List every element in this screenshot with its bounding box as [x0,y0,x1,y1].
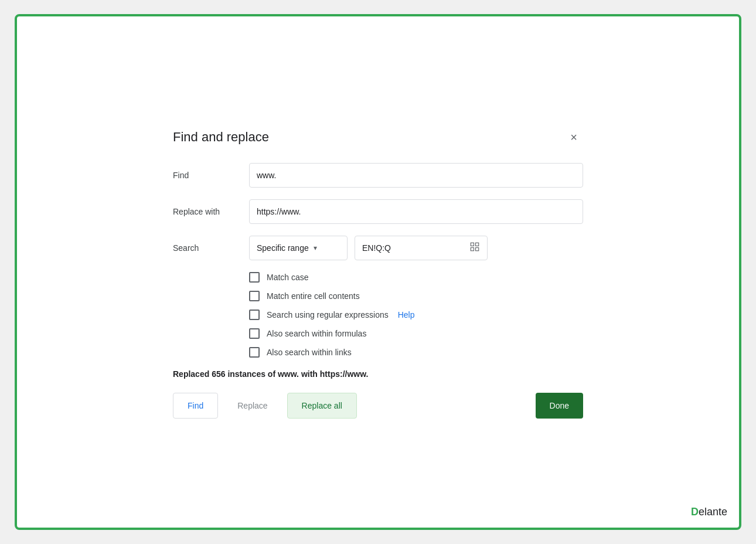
regex-help-link[interactable]: Help [398,310,415,319]
replace-input[interactable] [249,199,583,224]
range-input[interactable] [362,243,465,253]
search-controls: Specific range ▾ [249,236,488,260]
checkboxes-section: Match case Match entire cell contents Se… [249,272,583,358]
svg-rect-0 [471,243,474,246]
match-case-label: Match case [267,273,309,282]
search-label: Search [173,243,249,253]
dialog: Find and replace × Find Replace with Sea… [149,109,607,435]
formulas-label: Also search within formulas [267,329,366,338]
grid-icon[interactable] [469,242,480,254]
replace-all-button[interactable]: Replace all [287,393,357,419]
close-button[interactable]: × [564,128,583,147]
match-entire-label: Match entire cell contents [267,291,360,301]
branding: Delante [691,506,727,518]
dialog-title: Find and replace [173,130,269,145]
checkbox-row-match-entire: Match entire cell contents [249,291,583,301]
formulas-checkbox[interactable] [249,328,260,339]
replace-row: Replace with [173,199,583,224]
dropdown-text: Specific range [257,243,309,253]
replace-button: Replace [223,393,282,419]
match-case-checkbox[interactable] [249,272,260,283]
status-message: Replaced 656 instances of www. with http… [173,369,583,379]
checkbox-row-links: Also search within links [249,347,583,358]
find-button[interactable]: Find [173,393,218,419]
svg-rect-2 [471,248,474,251]
branding-d: D [691,506,699,518]
checkbox-row-match-case: Match case [249,272,583,283]
svg-rect-1 [476,243,479,246]
find-label: Find [173,171,249,180]
checkbox-row-regex: Search using regular expressions Help [249,310,583,320]
range-input-wrapper [355,236,488,260]
search-dropdown[interactable]: Specific range ▾ [249,236,348,260]
regex-checkbox[interactable] [249,310,260,320]
done-button[interactable]: Done [536,393,583,419]
outer-border: Find and replace × Find Replace with Sea… [15,14,741,530]
footer-buttons: Find Replace Replace all Done [173,393,583,419]
checkbox-row-formulas: Also search within formulas [249,328,583,339]
find-row: Find [173,163,583,188]
search-row: Search Specific range ▾ [173,236,583,260]
branding-suffix: elante [699,506,727,518]
links-label: Also search within links [267,348,352,357]
svg-rect-3 [476,248,479,251]
find-input[interactable] [249,163,583,188]
regex-label: Search using regular expressions [267,310,391,319]
dialog-header: Find and replace × [173,128,583,147]
chevron-down-icon: ▾ [314,244,317,252]
links-checkbox[interactable] [249,347,260,358]
match-entire-checkbox[interactable] [249,291,260,301]
replace-label: Replace with [173,207,249,216]
